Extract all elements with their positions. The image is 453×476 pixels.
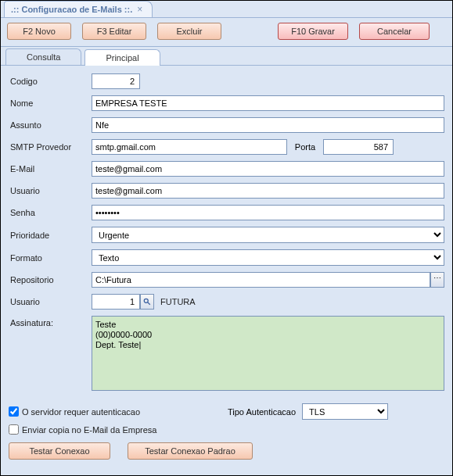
form-tabbar: Consulta Principal [1,47,452,66]
porta-input[interactable] [323,139,394,155]
copia-empresa-checkbox[interactable] [9,424,19,435]
label-smtp: SMTP Provedor [9,142,92,152]
senha-input[interactable] [92,205,444,220]
search-icon [143,298,151,306]
excluir-button[interactable]: Excluir [157,23,221,40]
label-tipo-auth: Tipo Autenticacao [228,407,296,417]
usuario-lookup-button[interactable] [140,294,154,310]
label-usuario2: Usuario [9,297,92,306]
label-assunto: Assunto [9,120,92,130]
req-auth-checkbox[interactable] [9,406,19,417]
editar-button[interactable]: F3 Editar [82,23,146,40]
cancelar-button[interactable]: Cancelar [359,23,430,40]
svg-line-1 [148,302,150,305]
window-tab-title: .:: Configuracao de E-Mails ::. [11,5,132,14]
label-req-auth: O servidor requer autenticacao [22,407,140,417]
window-tabbar: .:: Configuracao de E-Mails ::. × [1,1,452,18]
testar-conexao-button[interactable]: Testar Conexao [9,442,110,460]
nome-input[interactable] [92,95,444,111]
repositorio-browse-button[interactable]: ⋯ [430,272,444,288]
label-nome: Nome [9,98,92,108]
testar-conexao-padrao-button[interactable]: Testar Conexao Padrao [128,442,253,460]
label-copia-empresa: Enviar copia no E-Mail da Empresa [22,425,156,435]
usuario-input[interactable] [92,183,444,199]
toolbar: F2 Novo F3 Editar Excluir F10 Gravar Can… [1,18,452,47]
label-usuario: Usuario [9,186,92,195]
prioridade-select[interactable]: Urgente [92,227,444,243]
usuario-id-input[interactable] [92,294,140,310]
tab-principal[interactable]: Principal [84,49,160,66]
window-tab-config-emails[interactable]: .:: Configuracao de E-Mails ::. × [4,1,153,17]
novo-button[interactable]: F2 Novo [7,23,71,40]
formato-select[interactable]: Texto [92,249,444,266]
tipo-auth-select[interactable]: TLS [302,403,388,420]
panel-principal: Codigo Nome Assunto SMTP Provedor Porta … [1,66,452,476]
req-auth-checkbox-row[interactable]: O servidor requer autenticacao [9,406,228,417]
tab-consulta[interactable]: Consulta [5,48,81,65]
label-codigo: Codigo [9,77,92,86]
gravar-button[interactable]: F10 Gravar [278,23,348,40]
copia-empresa-checkbox-row[interactable]: Enviar copia no E-Mail da Empresa [9,424,444,435]
usuario-name-display: FUTURA [160,297,196,306]
smtp-input[interactable] [92,139,287,155]
label-prioridade: Prioridade [9,231,92,240]
label-porta: Porta [287,142,323,152]
assinatura-textarea[interactable] [92,316,444,391]
label-assinatura: Assinatura: [9,316,92,327]
label-repositorio: Repositorio [9,275,92,285]
label-formato: Formato [9,253,92,263]
email-input[interactable] [92,161,444,177]
label-senha: Senha [9,208,92,217]
repositorio-input[interactable] [92,272,430,288]
assunto-input[interactable] [92,117,444,133]
label-email: E-Mail [9,164,92,174]
codigo-input[interactable] [92,73,140,89]
svg-point-0 [144,299,148,302]
close-icon[interactable]: × [137,4,142,15]
